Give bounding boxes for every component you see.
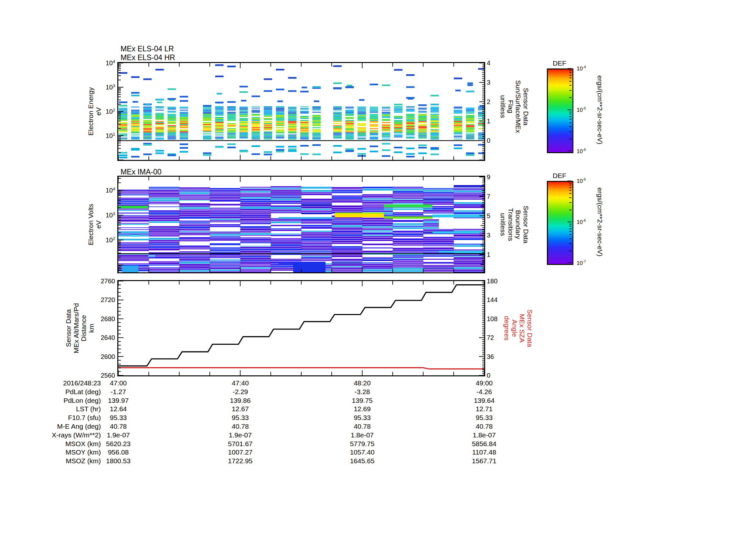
els-colorbar-tick [568, 68, 571, 69]
ima-colorbar-minor-tick [569, 193, 571, 194]
time-axis-tick-label: 49:00 [476, 379, 493, 387]
alt-right-tick-label: 0 [487, 372, 490, 379]
els-right-axis-label-line: Sensor Data [522, 80, 530, 133]
els-colorbar-minor-tick [569, 126, 571, 127]
ima-colorbar-minor-tick [569, 202, 571, 203]
els-colorbar-minor-tick [569, 72, 571, 73]
alt-right-tick-label: 144 [487, 296, 498, 303]
alt-sza-line-plot [117, 280, 485, 376]
ima-right-tick-label: 1 [487, 251, 490, 258]
table-cell: -1.27 [111, 388, 126, 396]
ima-colorbar-minor-tick [569, 210, 571, 210]
alt-ytick-label: 2600 [101, 353, 115, 360]
ima-ytick-label: 103 [106, 212, 115, 219]
alt-y-axis-label-line: Distance [80, 303, 88, 353]
els-colorbar-units: ergs/(cm**2-sr-sec-eV) [596, 75, 604, 144]
els-ytick-label: 101 [106, 133, 115, 139]
table-row-label: M-E Ang (deg) [0, 422, 101, 430]
time-axis-prefix: 2016/248:23 [0, 379, 101, 387]
table-row-label: F10.7 (sfu) [0, 414, 101, 421]
ima-right-axis-label: Sensor DataBoundaryTransitionsunitless [500, 206, 530, 243]
table-cell: 139.86 [230, 397, 251, 404]
alt-right-tick-label: 108 [487, 316, 498, 322]
figure-root: MEx ELS-04 LR MEx ELS-04 HR MEx IMA-00 D… [0, 0, 756, 534]
els-colorbar-tick [568, 151, 571, 151]
table-cell: 5620.23 [106, 440, 131, 448]
ima-right-tick-label: 7 [487, 193, 490, 200]
alt-ytick-label: 2720 [101, 296, 115, 303]
els-right-tick-label: 4 [487, 60, 490, 66]
table-cell: 95.33 [354, 414, 371, 421]
els-right-tick-label: 2 [487, 98, 490, 105]
table-row-label: PdLon (deg) [0, 397, 101, 404]
table-cell: 1.9e-07 [229, 431, 252, 439]
table-cell: 12.64 [110, 405, 127, 413]
sza-right-axis-label-line: MEx SZA [519, 310, 526, 347]
ima-colorbar-minor-tick [569, 190, 571, 191]
ima-colorbar-tick-label: 10-6 [577, 218, 586, 225]
els-colorbar-minor-tick [569, 81, 571, 82]
ima-colorbar-minor-tick [569, 228, 571, 229]
els-right-axis-label-line: unitless [500, 80, 507, 133]
sza-right-axis-label: Sensor DataMEx SZAAngledegrees [503, 310, 534, 347]
table-cell: 95.33 [110, 414, 127, 421]
time-axis-tick-label: 47:40 [232, 379, 249, 387]
ima-colorbar-minor-tick [569, 187, 571, 188]
alt-ytick-label: 2760 [101, 278, 115, 284]
els-ytick-label: 104 [106, 60, 115, 66]
els-colorbar-gradient [548, 69, 572, 152]
ima-ytick-label: 102 [106, 237, 115, 243]
els-colorbar-minor-tick [569, 75, 571, 76]
ima-colorbar-minor-tick [569, 251, 571, 251]
ima-colorbar-tick-label: 10-5 [577, 177, 586, 185]
ima-right-axis-label-line: Boundary [515, 206, 522, 243]
ima-right-axis-label-line: Transitions [507, 206, 515, 243]
table-cell: 5701.67 [228, 440, 253, 448]
ima-colorbar-tick [568, 181, 571, 181]
table-row-label: MSOY (km) [0, 448, 101, 456]
els-colorbar-minor-tick [569, 139, 571, 139]
els-colorbar-minor-tick [569, 116, 571, 117]
alt-right-tick-label: 72 [487, 334, 494, 341]
alt-y-axis-label-line: km [88, 303, 95, 353]
table-cell: 1.9e-07 [107, 431, 130, 439]
els-right-axis-label-line: Flag [507, 80, 515, 133]
table-cell: 1567.71 [472, 457, 497, 465]
els-title-lr: MEx ELS-04 LR [121, 44, 174, 53]
table-cell: 40.78 [476, 422, 493, 430]
table-cell: 1007.27 [228, 448, 253, 456]
table-cell: 139.64 [474, 397, 495, 404]
els-ytick-label: 103 [106, 84, 115, 91]
ima-colorbar-gradient [548, 182, 572, 264]
table-cell: -3.28 [355, 388, 370, 396]
alt-right-tick-label: 180 [487, 278, 498, 284]
ima-right-axis-label-line: Sensor Data [522, 206, 530, 243]
table-cell: 12.67 [232, 405, 249, 413]
els-colorbar-minor-tick [569, 122, 571, 123]
table-cell: 1645.65 [350, 457, 375, 465]
table-cell: 1057.40 [350, 448, 375, 456]
table-cell: 139.97 [108, 397, 129, 404]
time-axis-tick-label: 48:20 [354, 379, 371, 387]
els-y-axis-label-line: eV [95, 87, 102, 135]
table-cell: -4.26 [476, 388, 492, 396]
ima-colorbar-minor-tick [569, 239, 571, 239]
ima-spectrogram [117, 176, 485, 273]
table-cell: 1.8e-07 [472, 431, 496, 439]
ima-right-axis-label-line: unitless [500, 206, 507, 243]
els-colorbar-minor-tick [569, 70, 571, 71]
ima-colorbar-title: DEF [553, 172, 566, 180]
els-right-tick-label: 0 [487, 137, 490, 144]
table-row-label: X-rays (W/m**2) [0, 431, 101, 439]
table-cell: 12.69 [354, 405, 371, 413]
table-cell: 1.8e-07 [351, 431, 374, 439]
table-cell: 40.78 [232, 422, 249, 430]
els-y-axis-label: Electron EnergyeV [87, 87, 102, 135]
table-row-label: LST (hr) [0, 405, 101, 413]
alt-ytick-label: 2640 [101, 334, 115, 341]
ima-colorbar-minor-tick [569, 183, 571, 184]
table-cell: 139.75 [352, 397, 373, 404]
table-cell: 95.33 [232, 414, 249, 421]
ima-colorbar-minor-tick [569, 226, 571, 226]
els-right-axis-label-line: Sun/Surface/MEx [515, 80, 522, 133]
